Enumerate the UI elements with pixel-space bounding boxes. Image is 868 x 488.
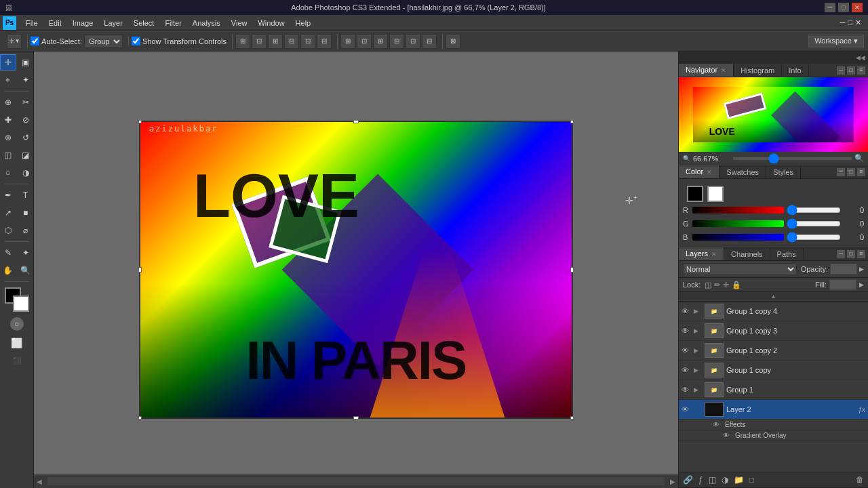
lock-image-icon[interactable]: ✏ (714, 281, 720, 289)
color-bg-swatch[interactable] (707, 186, 724, 202)
screen-mode-btn[interactable]: ⬜ (9, 335, 25, 351)
dist-bottom-btn[interactable]: ⊟ (422, 34, 437, 49)
align-center-h-btn[interactable]: ⊡ (252, 34, 267, 49)
menu-edit[interactable]: Edit (43, 18, 67, 28)
scroll-left-btn[interactable]: ◀ (34, 478, 45, 485)
menu-close-btn[interactable]: ✕ (855, 18, 861, 27)
layers-scroll-up[interactable]: ▲ (679, 292, 868, 302)
scroll-right-btn[interactable]: ▶ (667, 478, 678, 485)
visibility-eye-group1copy4[interactable]: 👁 (682, 307, 691, 315)
layers-expand-btn[interactable]: □ (847, 250, 855, 258)
align-right-btn[interactable]: ⊞ (268, 34, 283, 49)
visibility-eye-group1copy2[interactable]: 👁 (682, 346, 691, 354)
auto-align-btn[interactable]: ⊠ (446, 34, 460, 49)
3d-tool[interactable]: ⬡ (0, 222, 16, 239)
crop-tool[interactable]: ⊕ (0, 94, 16, 110)
visibility-eye-group1copy[interactable]: 👁 (682, 366, 691, 374)
canvas-image[interactable]: azizulakbar LOVE IN PARIS (139, 121, 573, 419)
layer-fx-icon[interactable]: ƒ (698, 475, 703, 485)
handle-br[interactable] (570, 416, 573, 419)
layers-menu-btn[interactable]: ≡ (857, 250, 865, 258)
handle-bc[interactable] (353, 416, 359, 419)
menu-help[interactable]: Help (290, 18, 317, 28)
navigator-preview[interactable]: LOVE (679, 77, 868, 152)
color-fg-swatch[interactable] (687, 186, 703, 202)
align-left-btn[interactable]: ⊞ (235, 34, 250, 49)
shape-tool[interactable]: ■ (18, 205, 34, 221)
layers-tab-close[interactable]: ✕ (711, 251, 717, 258)
expand-arrow-group1copy[interactable]: ▶ (694, 367, 702, 373)
expand-arrow-group1copy2[interactable]: ▶ (694, 347, 702, 354)
layer-new-icon[interactable]: □ (749, 475, 754, 485)
expand-arrow-group1copy3[interactable]: ▶ (694, 327, 702, 334)
visibility-eye-group1copy3[interactable]: 👁 (682, 327, 691, 335)
nav-tab-close[interactable]: ✕ (721, 67, 726, 74)
gradient-eye[interactable]: 👁 (723, 432, 732, 439)
workspace-button[interactable]: Workspace ▾ (808, 35, 864, 47)
tab-info[interactable]: Info (782, 64, 808, 77)
layer-group1[interactable]: 👁 ▶ 📁 Group 1 (679, 380, 868, 400)
layer-group1copy[interactable]: 👁 ▶ 📁 Group 1 copy (679, 361, 868, 380)
selection-tool[interactable]: ▣ (18, 54, 34, 70)
layer-delete-icon[interactable]: 🗑 (856, 475, 864, 485)
dist-left-btn[interactable]: ⊞ (340, 34, 355, 49)
tab-histogram[interactable]: Histogram (734, 64, 782, 77)
menu-layer[interactable]: Layer (98, 18, 128, 28)
menu-window[interactable]: Window (252, 18, 290, 28)
opacity-arrow[interactable]: ▶ (859, 266, 864, 272)
align-center-v-btn[interactable]: ⊡ (300, 34, 315, 49)
handle-tc[interactable] (353, 121, 359, 123)
color-minimize-btn[interactable]: ─ (837, 168, 845, 176)
lasso-tool[interactable]: ⌖ (0, 72, 16, 88)
nav-zoom-value[interactable]: 66.67% (693, 155, 730, 163)
hand-tool[interactable]: ✋ (0, 262, 16, 279)
nav-minimize-btn[interactable]: ─ (837, 66, 845, 75)
cycle-screen-btn[interactable]: ⬛ (9, 352, 25, 369)
layer-adjustment-icon[interactable]: ◑ (722, 475, 728, 485)
path-select-tool[interactable]: ↗ (0, 205, 16, 221)
layer-folder-icon[interactable]: 📁 (734, 475, 744, 485)
tab-layers[interactable]: Layers ✕ (679, 247, 724, 260)
expand-arrow-group1[interactable]: ▶ (694, 386, 702, 393)
layer-group1copy4[interactable]: 👁 ▶ 📁 Group 1 copy 4 (679, 302, 868, 321)
close-button[interactable]: ✕ (852, 3, 863, 12)
type-tool[interactable]: T (18, 187, 34, 203)
color-expand-btn[interactable]: □ (847, 168, 855, 176)
stamp-tool[interactable]: ⊛ (0, 129, 16, 146)
layer-group1copy3[interactable]: 👁 ▶ 📁 Group 1 copy 3 (679, 321, 868, 341)
auto-select-checkbox[interactable] (31, 37, 39, 45)
zoom-tool[interactable]: 🔍 (18, 262, 34, 279)
layer-group1copy2[interactable]: 👁 ▶ 📁 Group 1 copy 2 (679, 341, 868, 361)
fill-input[interactable]: 100% (829, 279, 856, 290)
effects-eye[interactable]: 👁 (713, 421, 722, 428)
lock-position-icon[interactable]: ✛ (723, 281, 729, 289)
layer-layer2[interactable]: 👁 ▶ Layer 2 ƒx (679, 400, 868, 420)
fill-tool[interactable]: ◪ (18, 147, 34, 163)
quick-mask-btn[interactable]: ○ (10, 317, 24, 331)
menu-analysis[interactable]: Analysis (187, 18, 226, 28)
heal-tool[interactable]: ✚ (0, 112, 16, 128)
layer-link-icon[interactable]: 🔗 (683, 475, 693, 485)
notes-tool[interactable]: ✎ (0, 245, 16, 261)
color-tab-close[interactable]: ✕ (707, 169, 712, 176)
handle-ml[interactable] (139, 267, 142, 272)
align-bottom-btn[interactable]: ⊟ (317, 34, 332, 49)
tab-channels[interactable]: Channels (724, 248, 770, 260)
handle-tl[interactable] (139, 121, 142, 123)
dist-right-btn[interactable]: ⊞ (373, 34, 388, 49)
b-slider[interactable] (787, 232, 841, 243)
slice-tool[interactable]: ✂ (18, 94, 34, 110)
lock-transparent-icon[interactable]: ◫ (705, 281, 711, 289)
menu-filter[interactable]: Filter (159, 18, 186, 28)
menu-file[interactable]: File (20, 18, 43, 28)
dist-center-v-btn[interactable]: ⊡ (406, 34, 420, 49)
maximize-button[interactable]: □ (838, 3, 849, 12)
visibility-eye-layer2[interactable]: 👁 (682, 405, 691, 413)
panel-collapse-btn[interactable]: ◀◀ (856, 54, 865, 61)
menu-minimize-btn[interactable]: ─ (840, 18, 846, 27)
menu-select[interactable]: Select (128, 18, 160, 28)
blend-mode-select[interactable]: Normal Multiply Screen (683, 263, 797, 275)
align-top-btn[interactable]: ⊟ (284, 34, 299, 49)
nav-menu-btn[interactable]: ≡ (857, 66, 865, 75)
tab-styles[interactable]: Styles (766, 166, 801, 178)
